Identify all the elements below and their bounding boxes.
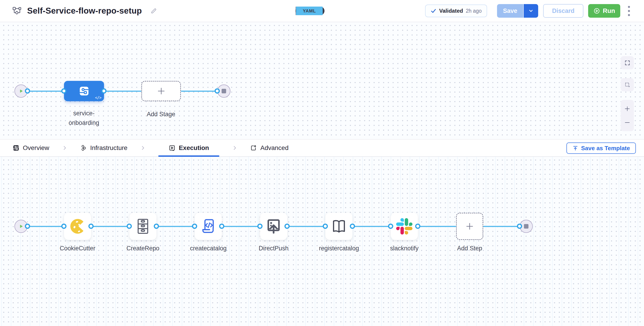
- overview-icon: [13, 144, 20, 151]
- createrepo-icon: [134, 218, 152, 235]
- step-node-directpush[interactable]: [260, 213, 287, 240]
- run-label: Run: [603, 7, 615, 15]
- connector-line: [352, 226, 391, 227]
- chevron-right-icon: [140, 139, 146, 156]
- more-options-icon[interactable]: [626, 4, 632, 18]
- step-label: createcatalog: [179, 244, 238, 253]
- chevron-right-icon: [232, 139, 238, 156]
- step-node-slacknotify[interactable]: [391, 213, 418, 240]
- cookiecutter-icon: [69, 218, 86, 235]
- stage-canvas: </> service-onboarding Add Stage: [0, 22, 644, 139]
- connector-port[interactable]: [219, 224, 224, 229]
- connector-port[interactable]: [127, 224, 132, 229]
- validated-time: 2h ago: [466, 8, 482, 14]
- connector-port[interactable]: [61, 88, 66, 94]
- brand-group: Self-Service-flow-repo-setup: [12, 0, 158, 22]
- run-button[interactable]: Run: [588, 4, 620, 18]
- add-stage-label: Add Stage: [138, 109, 184, 119]
- stop-icon: [524, 224, 528, 229]
- save-split-button: Save: [497, 4, 538, 18]
- step-label: CreateRepo: [114, 244, 172, 253]
- save-button[interactable]: Save: [497, 4, 523, 18]
- stage-label: service-onboarding: [65, 108, 103, 127]
- tab-label: Execution: [179, 144, 209, 151]
- plus-icon: [156, 86, 166, 96]
- zoom-out-button[interactable]: [622, 119, 632, 126]
- tab-infrastructure[interactable]: Infrastructure: [80, 139, 128, 156]
- validated-label: Validated: [439, 8, 463, 14]
- save-as-template-label: Save as Template: [581, 145, 630, 152]
- pipeline-flow-icon: [12, 6, 22, 16]
- tab-label: Overview: [23, 144, 49, 151]
- connector-port[interactable]: [257, 224, 262, 229]
- upload-icon: [572, 145, 578, 151]
- toggle-yaml[interactable]: YAML: [296, 7, 323, 15]
- step-node-createrepo[interactable]: [129, 213, 156, 240]
- plus-icon: [465, 222, 474, 231]
- connector-line: [418, 226, 456, 227]
- connector-port[interactable]: [25, 88, 30, 94]
- step-node-cookiecutter[interactable]: [64, 213, 91, 240]
- play-icon: [18, 223, 25, 230]
- connector-line: [222, 226, 260, 227]
- zoom-to-fit-button[interactable]: [621, 56, 634, 69]
- zoom-in-button[interactable]: [622, 105, 632, 112]
- execution-canvas: CookieCutterCreateRepocreatecatalogDirec…: [0, 157, 644, 326]
- connector-line: [181, 91, 217, 92]
- tabs-group: OverviewInfrastructureExecutionAdvanced: [13, 139, 301, 156]
- connector-line: [28, 91, 64, 92]
- visual-yaml-toggle: VISUAL YAML: [296, 7, 296, 15]
- step-node-createcatalog[interactable]: [195, 213, 222, 240]
- add-stage-button[interactable]: [141, 81, 181, 101]
- pipeline-title: Self-Service-flow-repo-setup: [27, 6, 142, 16]
- connector-port[interactable]: [61, 224, 66, 229]
- tab-overview[interactable]: Overview: [13, 139, 49, 156]
- connector-line: [91, 226, 129, 227]
- advanced-icon: [250, 144, 257, 151]
- registercatalog-icon: [330, 218, 348, 235]
- connector-line: [104, 91, 141, 92]
- connector-line: [287, 226, 326, 227]
- code-badge: </>: [95, 95, 101, 100]
- step-label: registercatalog: [310, 244, 368, 253]
- connector-port[interactable]: [101, 88, 106, 94]
- connector-port[interactable]: [350, 224, 355, 229]
- tab-label: Infrastructure: [90, 144, 128, 151]
- run-play-icon: [593, 8, 600, 14]
- step-node-registercatalog[interactable]: [326, 213, 352, 240]
- marquee-select-button[interactable]: [621, 78, 634, 91]
- stage-node-service-onboarding[interactable]: </>: [64, 81, 104, 101]
- connector-port[interactable]: [88, 224, 94, 229]
- connector-port[interactable]: [388, 224, 393, 229]
- connector-port[interactable]: [517, 224, 522, 229]
- infrastructure-icon: [80, 144, 87, 151]
- edit-title-button[interactable]: [150, 7, 158, 15]
- connector-port[interactable]: [25, 224, 30, 229]
- zoom-controls: [621, 100, 634, 131]
- connector-port[interactable]: [323, 224, 328, 229]
- tab-advanced[interactable]: Advanced: [250, 139, 288, 156]
- connector-port[interactable]: [415, 224, 420, 229]
- stop-icon: [222, 89, 226, 93]
- connector-port[interactable]: [192, 224, 197, 229]
- play-icon: [18, 87, 25, 95]
- connector-line: [483, 226, 520, 227]
- save-as-template-button[interactable]: Save as Template: [566, 142, 636, 154]
- add-step-button[interactable]: [456, 213, 483, 240]
- check-icon: [430, 8, 436, 14]
- save-options-button[interactable]: [523, 4, 538, 18]
- validated-badge[interactable]: Validated 2h ago: [425, 5, 487, 17]
- connector-port[interactable]: [154, 224, 159, 229]
- stage-tab-bar: OverviewInfrastructureExecutionAdvanced …: [0, 139, 644, 157]
- step-label: DirectPush: [244, 244, 303, 253]
- connector-port[interactable]: [214, 88, 220, 94]
- connector-port[interactable]: [284, 224, 290, 229]
- directpush-icon: [265, 218, 282, 235]
- step-label: slacknotify: [375, 244, 434, 253]
- discard-button[interactable]: Discard: [543, 4, 584, 18]
- connector-line: [156, 226, 195, 227]
- createcatalog-icon: [200, 218, 217, 235]
- chevron-down-icon: [528, 8, 534, 14]
- tab-execution[interactable]: Execution: [158, 139, 220, 156]
- execution-icon: [169, 144, 176, 151]
